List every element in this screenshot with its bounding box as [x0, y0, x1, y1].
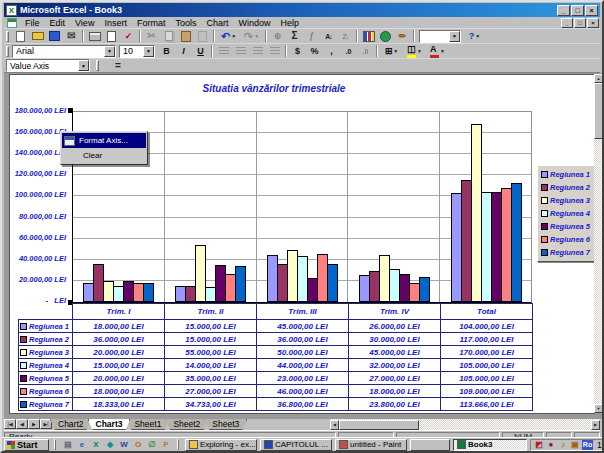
currency-button[interactable]: $ — [289, 44, 306, 58]
sheet-tab-chart2[interactable]: Chart2 — [50, 419, 92, 430]
start-button[interactable]: Start — [4, 439, 49, 451]
menu-item-file[interactable]: File — [20, 18, 45, 28]
scroll-left-icon[interactable]: ◀ — [330, 420, 339, 430]
paste-button[interactable] — [177, 29, 194, 43]
powerpoint-icon[interactable]: P — [160, 439, 172, 451]
scroll-right-icon[interactable]: ▶ — [591, 420, 600, 430]
new-button[interactable] — [12, 29, 29, 43]
chart-bar-regiunea-7[interactable] — [235, 266, 246, 302]
chart-sheet[interactable]: Situatia vânzărilor trimestriale Trim. I… — [9, 74, 595, 414]
doc-minimize-button[interactable]: _ — [561, 18, 573, 28]
chart-bar-regiunea-7[interactable] — [327, 264, 338, 302]
maximize-button[interactable]: □ — [571, 5, 584, 16]
menu-item-tools[interactable]: Tools — [170, 18, 201, 28]
axis-selection-handle[interactable] — [68, 108, 73, 113]
doc-close-button[interactable]: × — [587, 18, 599, 28]
sheet-tab-chart3[interactable]: Chart3 — [88, 419, 131, 430]
task-button-untitled-paint[interactable]: untitled - Paint — [335, 439, 407, 451]
name-box-dropdown-icon[interactable]: ▼ — [78, 60, 89, 71]
chevron-down-icon[interactable]: ▼ — [143, 46, 154, 57]
menu-item-edit[interactable]: Edit — [45, 18, 71, 28]
chevron-down-icon[interactable]: ▼ — [417, 48, 422, 54]
context-menu-item-format-axis[interactable]: Format Axis... — [62, 133, 146, 148]
chart-bar-regiunea-7[interactable] — [511, 183, 522, 302]
increase-decimal-button[interactable]: .0 — [340, 44, 357, 58]
sheet-tab-sheet3[interactable]: Sheet3 — [204, 419, 247, 430]
drawing-button[interactable]: ✏ — [394, 29, 411, 43]
taskbar-clock[interactable]: 15:06 — [595, 440, 604, 450]
borders-button[interactable]: ⊞▼ — [380, 44, 403, 58]
zoom-combo[interactable]: ▼ — [419, 30, 461, 43]
chevron-down-icon[interactable]: ▼ — [254, 33, 259, 39]
print-button[interactable] — [86, 29, 103, 43]
underline-button[interactable]: U — [192, 44, 209, 58]
excel-icon[interactable]: X — [90, 439, 102, 451]
channels-icon[interactable]: ◆ — [104, 439, 116, 451]
font-color-button[interactable]: A▼ — [426, 44, 449, 58]
first-sheet-icon[interactable]: |◀ — [4, 419, 16, 429]
sheet-tab-sheet2[interactable]: Sheet2 — [165, 419, 208, 430]
chart-wizard-button[interactable] — [360, 29, 377, 43]
undo-button[interactable]: ↶▼ — [217, 29, 240, 43]
next-sheet-icon[interactable]: ▶ — [28, 419, 40, 429]
menu-item-chart[interactable]: Chart — [201, 18, 233, 28]
close-button[interactable]: × — [585, 5, 598, 16]
doc-restore-button[interactable]: □ — [574, 18, 586, 28]
autosum-button[interactable]: Σ — [286, 29, 303, 43]
volume-icon[interactable]: ♪ — [558, 440, 568, 450]
chart-bar-regiunea-7[interactable] — [143, 283, 154, 302]
scroll-up-icon[interactable]: ▲ — [594, 74, 603, 83]
prev-sheet-icon[interactable]: ◀ — [16, 419, 28, 429]
task-button-exploring-ex[interactable]: Exploring - ex... — [185, 439, 257, 451]
spelling-button[interactable]: ✓ — [120, 29, 137, 43]
horizontal-scrollbar[interactable]: ◀ ▶ — [330, 419, 600, 430]
chevron-down-icon[interactable]: ▼ — [393, 48, 398, 54]
last-sheet-icon[interactable]: ▶| — [40, 419, 52, 429]
task-button-book3[interactable]: Book3 — [453, 439, 527, 451]
chevron-down-icon[interactable]: ▼ — [449, 31, 460, 42]
font-size-combo[interactable]: 10 ▼ — [119, 45, 155, 58]
menu-item-view[interactable]: View — [70, 18, 99, 28]
show-desktop-icon[interactable]: ▤ — [62, 439, 74, 451]
legend-entry[interactable]: Regiunea 2 — [539, 181, 595, 194]
font-name-combo[interactable]: Arial ▼ — [12, 45, 116, 58]
chevron-down-icon[interactable]: ▼ — [440, 48, 445, 54]
legend-entry[interactable]: Regiunea 7 — [539, 246, 595, 259]
chevron-down-icon[interactable]: ▼ — [231, 33, 236, 39]
print-preview-button[interactable] — [103, 29, 120, 43]
menu-item-window[interactable]: Window — [233, 18, 275, 28]
fill-color-button[interactable]: ◫▼ — [403, 44, 426, 58]
toolbar-grip[interactable] — [6, 46, 9, 57]
legend-entry[interactable]: Regiunea 3 — [539, 194, 595, 207]
legend-entry[interactable]: Regiunea 1 — [539, 168, 595, 181]
help-button[interactable]: ?▼ — [463, 29, 486, 43]
edit-formula-button[interactable]: = — [115, 60, 121, 71]
chevron-down-icon[interactable]: ▼ — [475, 33, 480, 39]
display-tray-icon[interactable]: ▣ — [570, 440, 580, 450]
chart-bar-regiunea-7[interactable] — [419, 277, 430, 302]
name-box[interactable]: Value Axis ▼ — [6, 59, 90, 72]
italic-button[interactable]: I — [175, 44, 192, 58]
vertical-scroll-thumb[interactable] — [594, 83, 603, 139]
sheet-tab-sheet1[interactable]: Sheet1 — [126, 419, 169, 430]
vertical-scrollbar[interactable]: ▲ ▼ — [594, 74, 603, 413]
antivirus-tray-icon[interactable]: ● — [546, 440, 556, 450]
minimize-button[interactable]: _ — [557, 5, 570, 16]
menu-item-format[interactable]: Format — [132, 18, 171, 28]
legend-entry[interactable]: Regiunea 6 — [539, 233, 595, 246]
outlook-icon[interactable]: O — [132, 439, 144, 451]
toolbar-grip[interactable] — [6, 31, 9, 42]
sort-ascending-button[interactable]: A↓ — [320, 29, 337, 43]
task-button-capitolul[interactable]: CAPITOLUL ... — [260, 439, 332, 451]
msn-icon[interactable]: ∅ — [146, 439, 158, 451]
chevron-down-icon[interactable]: ▼ — [104, 46, 115, 57]
internet-explorer-icon[interactable]: e — [76, 439, 88, 451]
map-button[interactable] — [377, 29, 394, 43]
word-icon[interactable]: W — [118, 439, 130, 451]
horizontal-scroll-thumb[interactable] — [339, 420, 419, 430]
mail-button[interactable]: ✉ — [63, 29, 80, 43]
comma-button[interactable]: , — [323, 44, 340, 58]
bold-button[interactable]: B — [158, 44, 175, 58]
menu-item-help[interactable]: Help — [275, 18, 304, 28]
scroll-down-icon[interactable]: ▼ — [594, 404, 603, 413]
